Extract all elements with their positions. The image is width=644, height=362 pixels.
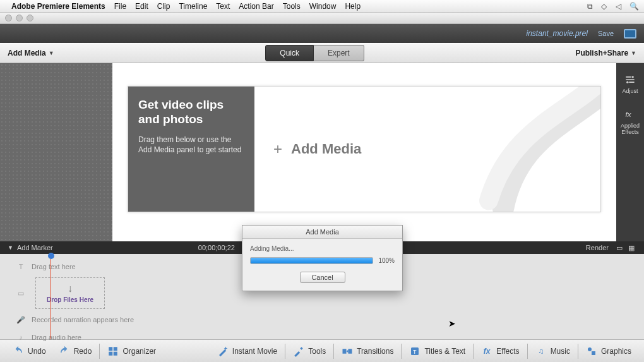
undo-icon (13, 346, 24, 357)
menu-tools[interactable]: Tools (283, 2, 301, 11)
wifi-icon[interactable]: ⧉ (587, 2, 593, 11)
monitor-panel: Get video clips and photos Drag them bel… (112, 63, 616, 241)
narration-track[interactable]: 🎤 Recorded narration appears here (16, 311, 644, 329)
menu-window[interactable]: Window (309, 2, 337, 11)
publish-share-dropdown[interactable]: Publish+Share ▼ (568, 49, 644, 57)
add-media-dropdown[interactable]: Add Media ▼ (0, 49, 62, 57)
stage-gutter-left (0, 63, 112, 241)
music-label: Music (551, 347, 570, 356)
undo-label: Undo (28, 347, 46, 356)
audio-track[interactable]: ♪ Drag audio here (16, 329, 644, 346)
close-window-button[interactable] (5, 15, 12, 21)
fx-icon: fx (624, 108, 636, 121)
effects-label: Effects (496, 347, 519, 356)
effects-icon: fx (481, 346, 492, 357)
prompt-sub: Drag them below or use the Add Media pan… (138, 135, 244, 155)
svg-rect-5 (109, 351, 113, 355)
svg-rect-7 (343, 349, 347, 354)
triangle-down-icon: ▼ (8, 244, 13, 251)
svg-text:fx: fx (626, 110, 632, 118)
transitions-label: Transitions (357, 347, 393, 356)
mode-bar: Add Media ▼ Quick Expert Publish+Share ▼ (0, 43, 644, 63)
save-button[interactable]: Save (598, 30, 614, 37)
wrench-icon (293, 346, 304, 357)
zoom-window-button[interactable] (27, 15, 33, 21)
graphics-label: Graphics (601, 347, 631, 356)
svg-rect-4 (114, 347, 117, 351)
applied-effects-tool[interactable]: fx Applied Effects (621, 108, 640, 135)
drop-files-zone[interactable]: ↓ Drop Files Here (35, 277, 105, 309)
redo-icon (59, 346, 70, 357)
organizer-label: Organizer (122, 347, 156, 356)
add-marker-button[interactable]: ▼ Add Marker (8, 244, 53, 251)
text-icon: T (16, 263, 25, 270)
render-button[interactable]: Render (586, 244, 609, 251)
stage-area: Get video clips and photos Drag them bel… (0, 63, 644, 241)
tab-quick[interactable]: Quick (265, 45, 314, 61)
add-media-cta[interactable]: + Add Media (254, 87, 600, 212)
music-icon: ♫ (535, 346, 547, 357)
add-media-label: Add Media (8, 49, 46, 57)
svg-point-0 (631, 76, 633, 78)
menu-clip[interactable]: Clip (157, 2, 170, 11)
adjust-tool[interactable]: Adjust (622, 73, 638, 94)
menu-help[interactable]: Help (345, 2, 361, 11)
progress-bar (250, 257, 373, 264)
svg-point-11 (588, 347, 592, 351)
narration-placeholder: Recorded narration appears here (32, 316, 134, 323)
plus-icon: + (273, 140, 282, 158)
tab-expert[interactable]: Expert (314, 45, 364, 61)
prompt-text-panel: Get video clips and photos Drag them bel… (128, 87, 254, 212)
empty-project-prompt: Get video clips and photos Drag them bel… (128, 86, 601, 212)
spotlight-icon[interactable]: 🔍 (629, 2, 639, 11)
text-track-placeholder: Drag text here (32, 263, 76, 270)
add-marker-label: Add Marker (17, 244, 53, 251)
instant-movie-label: Instant Movie (232, 347, 277, 356)
chevron-down-icon: ▼ (631, 50, 636, 56)
svg-rect-3 (109, 347, 113, 351)
timeline-view-icons[interactable]: ▭ ▦ (616, 244, 636, 252)
wand-icon (217, 346, 229, 357)
drop-files-label: Drop Files Here (47, 296, 93, 303)
organizer-icon (107, 346, 119, 357)
film-strip-icon (474, 87, 600, 212)
menu-text[interactable]: Text (216, 2, 230, 11)
svg-rect-12 (592, 351, 595, 355)
arrow-down-icon: ↓ (68, 283, 73, 294)
add-media-dialog: Add Media Adding Media... 100% Cancel (242, 225, 403, 291)
audio-placeholder: Drag audio here (32, 334, 81, 341)
right-panel-tools: Adjust fx Applied Effects (616, 63, 644, 241)
applied-effects-label: Applied Effects (621, 123, 640, 135)
cancel-button[interactable]: Cancel (300, 272, 345, 283)
volume-icon[interactable]: ◁ (616, 2, 621, 11)
playhead[interactable] (51, 254, 51, 339)
minimize-window-button[interactable] (16, 15, 23, 21)
app-title[interactable]: Adobe Premiere Elements (11, 2, 105, 11)
film-icon: ▭ (16, 289, 25, 298)
titles-label: Titles & Text (424, 347, 465, 356)
adjust-label: Adjust (622, 88, 638, 94)
menu-actionbar[interactable]: Action Bar (239, 2, 273, 11)
menu-timeline[interactable]: Timeline (179, 2, 207, 11)
svg-rect-8 (349, 349, 352, 354)
music-note-icon: ♪ (16, 334, 25, 341)
sliders-icon (624, 73, 636, 86)
fullscreen-icon[interactable] (624, 29, 636, 39)
chevron-down-icon: ▼ (49, 50, 54, 56)
redo-label: Redo (74, 347, 92, 356)
menu-file[interactable]: File (114, 2, 126, 11)
mac-menubar: Adobe Premiere Elements File Edit Clip T… (0, 0, 644, 13)
mac-status-icons: ⧉ ◇ ◁ 🔍 (581, 2, 639, 11)
title-strip: instant_movie.prel Save (0, 24, 644, 43)
tools-label: Tools (308, 347, 326, 356)
add-media-cta-label: Add Media (291, 141, 361, 157)
battery-icon[interactable]: ◇ (601, 2, 607, 11)
timecode-display[interactable]: 00;00;00;22 (198, 244, 235, 251)
menu-edit[interactable]: Edit (135, 2, 148, 11)
svg-text:T: T (413, 348, 417, 354)
project-filename: instant_movie.prel (527, 29, 588, 38)
publish-share-label: Publish+Share (575, 49, 628, 57)
progress-percent: 100% (378, 257, 395, 264)
mic-icon: 🎤 (16, 316, 25, 324)
dialog-title: Add Media (242, 226, 402, 239)
